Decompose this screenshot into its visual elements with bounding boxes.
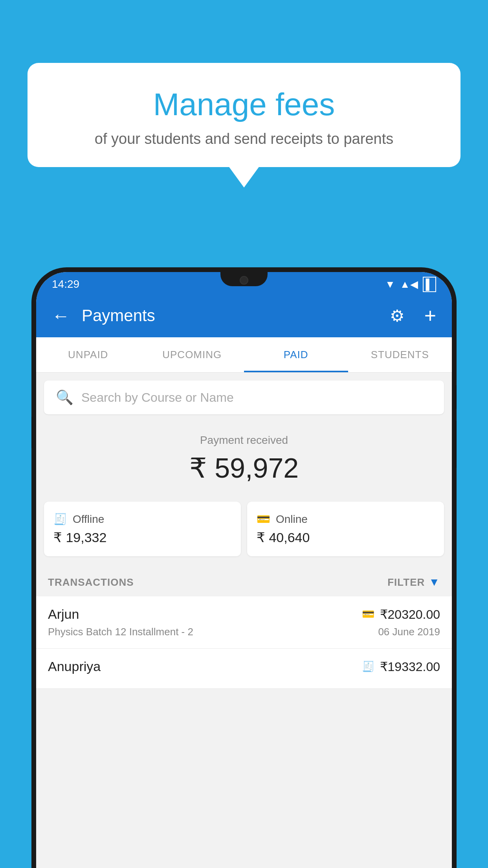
- transaction-row[interactable]: Arjun 💳 ₹20320.00 Physics Batch 12 Insta…: [36, 596, 452, 649]
- add-button[interactable]: +: [424, 304, 436, 327]
- tabs-bar: UNPAID UPCOMING PAID STUDENTS: [36, 337, 452, 373]
- search-placeholder: Search by Course or Name: [81, 390, 234, 405]
- payment-received-label: Payment received: [44, 434, 444, 447]
- payment-total-amount: ₹ 59,972: [44, 452, 444, 484]
- tab-upcoming[interactable]: UPCOMING: [140, 337, 244, 372]
- page-title: Payments: [82, 306, 378, 325]
- transactions-header: TRANSACTIONS FILTER ▼: [36, 568, 452, 596]
- online-icon: 💳: [257, 513, 270, 526]
- settings-icon[interactable]: ⚙: [390, 306, 405, 326]
- transaction-name: Arjun: [48, 607, 79, 622]
- transaction-date: 06 June 2019: [378, 626, 440, 638]
- speech-bubble: Manage fees of your students and send re…: [28, 63, 460, 167]
- transaction-course: Physics Batch 12 Installment - 2: [48, 626, 193, 638]
- side-button-right-top: [456, 385, 457, 409]
- payment-cards: 🧾 Offline ₹ 19,332 💳 Online ₹ 40,640: [36, 502, 452, 568]
- transaction-row-top: Anupriya 🧾 ₹19332.00: [48, 659, 440, 674]
- speech-bubble-title: Manage fees: [47, 86, 441, 123]
- transaction-name: Anupriya: [48, 659, 101, 674]
- status-time: 14:29: [52, 278, 79, 291]
- app-bar: ← Payments ⚙ +: [36, 294, 452, 337]
- transaction-row-bottom: Physics Batch 12 Installment - 2 06 June…: [48, 626, 440, 638]
- transaction-amount-wrapper: 💳 ₹20320.00: [362, 607, 440, 622]
- tab-students[interactable]: STUDENTS: [348, 337, 452, 372]
- transaction-row-top: Arjun 💳 ₹20320.00: [48, 607, 440, 622]
- phone-frame: 14:29 ▼ ▲◀ ▌ ← Payments ⚙ + UNPAID: [31, 267, 457, 868]
- offline-icon: 🧾: [53, 513, 67, 526]
- wifi-icon: ▼: [385, 278, 395, 291]
- back-button[interactable]: ←: [52, 305, 70, 326]
- online-amount: ₹ 40,640: [257, 530, 435, 545]
- cash-icon: 🧾: [362, 660, 374, 673]
- transaction-amount: ₹20320.00: [380, 607, 440, 622]
- search-icon: 🔍: [56, 389, 73, 406]
- card-icon: 💳: [362, 608, 374, 620]
- transaction-amount: ₹19332.00: [380, 659, 440, 674]
- filter-label: FILTER: [387, 576, 425, 588]
- tab-unpaid[interactable]: UNPAID: [36, 337, 140, 372]
- phone-notch: [220, 272, 268, 286]
- filter-icon: ▼: [429, 576, 440, 588]
- tab-paid[interactable]: PAID: [244, 337, 348, 372]
- side-button-left: [31, 417, 32, 448]
- speech-bubble-subtitle: of your students and send receipts to pa…: [47, 131, 441, 147]
- online-label: Online: [276, 513, 308, 526]
- online-payment-card: 💳 Online ₹ 40,640: [247, 502, 444, 556]
- front-camera: [240, 276, 248, 285]
- offline-card-header: 🧾 Offline: [53, 513, 231, 526]
- phone-inner: 14:29 ▼ ▲◀ ▌ ← Payments ⚙ + UNPAID: [36, 272, 452, 868]
- online-card-header: 💳 Online: [257, 513, 435, 526]
- offline-amount: ₹ 19,332: [53, 530, 231, 545]
- side-button-right-bottom: [456, 421, 457, 468]
- transactions-label: TRANSACTIONS: [48, 576, 134, 588]
- phone-screen: 14:29 ▼ ▲◀ ▌ ← Payments ⚙ + UNPAID: [36, 272, 452, 868]
- transaction-row[interactable]: Anupriya 🧾 ₹19332.00: [36, 649, 452, 689]
- filter-button[interactable]: FILTER ▼: [387, 576, 440, 588]
- search-bar[interactable]: 🔍 Search by Course or Name: [44, 381, 444, 414]
- battery-icon: ▌: [423, 277, 436, 292]
- status-icons: ▼ ▲◀ ▌: [385, 277, 436, 292]
- offline-payment-card: 🧾 Offline ₹ 19,332: [44, 502, 241, 556]
- offline-label: Offline: [73, 513, 104, 526]
- signal-icon: ▲◀: [400, 278, 418, 291]
- transaction-amount-wrapper: 🧾 ₹19332.00: [362, 659, 440, 674]
- payment-summary: Payment received ₹ 59,972: [36, 422, 452, 502]
